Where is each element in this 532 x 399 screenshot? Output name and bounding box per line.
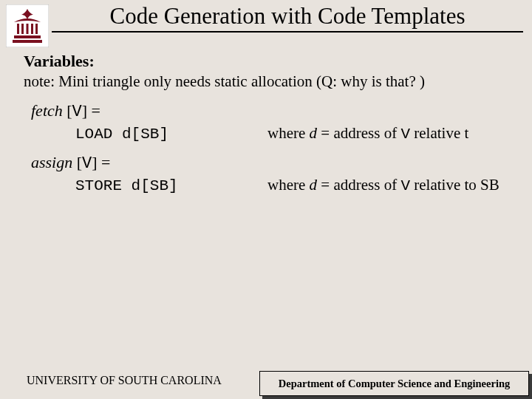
assign-arg: V [82,154,92,173]
assign-code: STORE d[SB] [31,177,267,194]
fetch-where: where d = address of V relative t [267,124,468,143]
university-logo [6,4,49,47]
svg-rect-1 [17,24,19,34]
svg-rect-7 [13,40,42,43]
footer-department: Department of Computer Science and Engin… [259,371,529,396]
svg-rect-6 [14,35,41,38]
svg-rect-4 [31,24,33,34]
assign-where: where d = address of V relative to SB [267,176,499,194]
assign-name: assign [31,153,72,171]
variables-heading: Variables: [24,52,508,71]
fetch-arg: V [72,103,82,121]
footer: UNIVERSITY OF SOUTH CAROLINA Department … [0,368,532,399]
footer-university: UNIVERSITY OF SOUTH CAROLINA [27,374,222,387]
slide-title: Code Generation with Code Templates [52,3,523,33]
assign-row: STORE d[SB] where d = address of V relat… [31,176,508,194]
svg-rect-2 [21,24,24,34]
fetch-block: fetch [V] = LOAD d[SB] where d = address… [24,101,508,143]
svg-rect-5 [35,24,38,34]
svg-rect-3 [27,24,29,34]
allocation-note: note: Mini triangle only needs static al… [24,72,508,91]
fetch-row: LOAD d[SB] where d = address of V relati… [31,124,508,143]
fetch-code: LOAD d[SB] [31,126,267,143]
fetch-name: fetch [31,101,63,120]
assign-signature: assign [V] = [31,153,508,173]
content-area: Variables: note: Mini triangle only need… [0,47,532,194]
assign-block: assign [V] = STORE d[SB] where d = addre… [24,153,508,194]
header: Code Generation with Code Templates [0,0,532,47]
fetch-signature: fetch [V] = [31,101,508,121]
